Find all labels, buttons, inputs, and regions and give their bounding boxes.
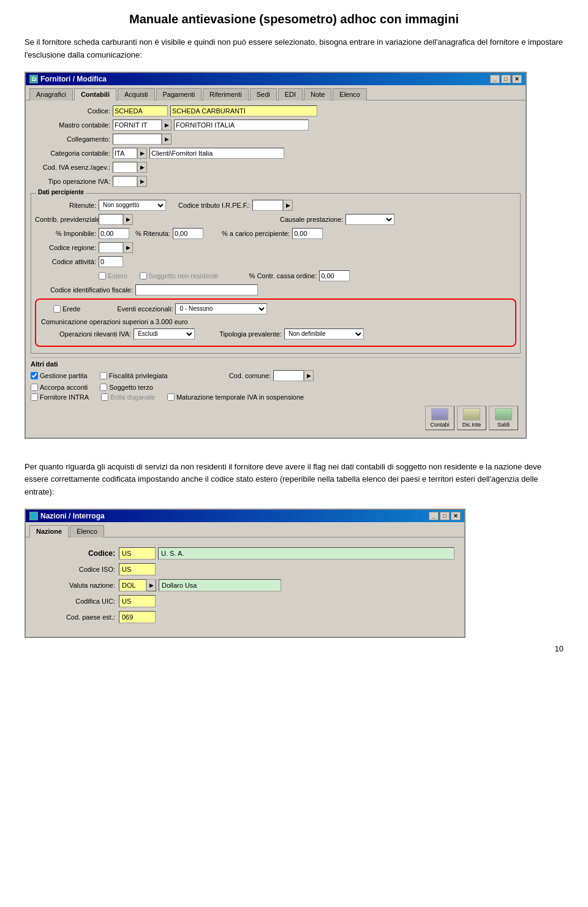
nazioni-codpaese-row: Cod. paese est.: 069 — [36, 611, 454, 623]
bolla-checkbox[interactable] — [101, 393, 108, 401]
eventi-select[interactable]: 0 - Nessuno — [175, 303, 267, 314]
tab-acquisti[interactable]: Acquisti — [118, 88, 155, 101]
nazioni-dialog-icon: 🌐 — [29, 512, 38, 520]
tab-pagamenti[interactable]: Pagamenti — [156, 88, 202, 101]
accorpa-checkbox[interactable] — [31, 384, 38, 391]
cod-ident-input[interactable] — [135, 284, 258, 295]
bottom-buttons: Contabi Dic.Inte Saldi — [31, 403, 521, 433]
nazioni-codpaese-value[interactable]: 069 — [119, 611, 156, 623]
codice-label: Codice: — [31, 107, 110, 115]
tipologia-select[interactable]: Non definibile — [284, 328, 364, 340]
nazioni-maximize-button[interactable]: □ — [440, 512, 450, 520]
nazioni-valuta-arrow[interactable]: ▶ — [146, 579, 156, 591]
cod-ident-row: Codice identificativo fiscale: — [35, 284, 516, 295]
nazioni-tab-elenco[interactable]: Elenco — [70, 525, 104, 537]
eventi-label: Eventi eccezionali: — [117, 305, 173, 313]
cod-regione-label: Codice regione: — [35, 244, 96, 251]
maximize-button[interactable]: □ — [501, 75, 511, 83]
erede-checkbox[interactable] — [53, 305, 61, 313]
carico-input[interactable] — [292, 228, 323, 239]
gestione-partita-checkbox[interactable] — [31, 372, 38, 379]
cod-iva-row: Cod. IVA esenz./agev.: ▶ — [31, 162, 521, 173]
codice-input[interactable] — [113, 105, 168, 116]
cod-regione-row: Codice regione: ▶ — [35, 242, 516, 253]
cod-tributo-input[interactable] — [252, 200, 283, 211]
maturazione-label: Maturazione temporale IVA in sospensione — [176, 393, 304, 401]
mastro-desc-input[interactable] — [174, 120, 309, 131]
nazioni-codifica-value[interactable]: US — [119, 595, 156, 607]
estero-checkbox[interactable] — [99, 272, 106, 279]
minimize-button[interactable]: _ — [490, 75, 500, 83]
tab-edi[interactable]: EDI — [278, 88, 303, 101]
tab-riferimenti[interactable]: Riferimenti — [203, 88, 249, 101]
intro-text: Se il fornitore scheda carburanti non è … — [24, 36, 564, 62]
tab-note[interactable]: Note — [304, 88, 331, 101]
contrib-input[interactable] — [99, 214, 123, 225]
categoria-desc-input[interactable] — [149, 148, 284, 159]
middle-text: Per quanto riguarda gli acquisti di serv… — [24, 461, 564, 499]
soggetto-terzo-checkbox[interactable] — [100, 384, 107, 391]
cod-regione-input[interactable] — [99, 242, 123, 253]
nazioni-tab-nazione[interactable]: Nazione — [29, 525, 69, 537]
altri-dati-section: Altri dati Gestione partita Fiscalità pr… — [31, 357, 521, 401]
dialog-title: Fornitori / Modifica — [40, 75, 107, 83]
cod-comune-arrow[interactable]: ▶ — [304, 370, 314, 381]
tab-sedi[interactable]: Sedi — [250, 88, 277, 101]
nazioni-valuta-value[interactable]: DOL — [119, 579, 146, 591]
mastro-arrow[interactable]: ▶ — [162, 120, 172, 131]
ritenute-select[interactable]: Non soggetto — [99, 200, 166, 211]
titlebar-left: 🗂 Fornitori / Modifica — [29, 75, 107, 83]
saldi-label: Saldi — [497, 422, 510, 428]
nazioni-iso-value[interactable]: US — [119, 563, 156, 575]
tab-elenco[interactable]: Elenco — [333, 88, 367, 101]
cod-attivita-label: Codice attività: — [35, 258, 96, 265]
cod-attivita-input[interactable] — [99, 256, 123, 267]
nazioni-codice-value[interactable]: US — [119, 547, 156, 560]
contrib-arrow[interactable]: ▶ — [123, 214, 133, 225]
nazioni-tabs: Nazione Elenco — [26, 522, 464, 537]
cod-regione-arrow[interactable]: ▶ — [123, 242, 133, 253]
fornitori-dialog: 🗂 Fornitori / Modifica _ □ ✕ Anagrafici … — [24, 72, 527, 439]
fiscalita-checkbox[interactable] — [100, 372, 107, 379]
maturazione-checkbox[interactable] — [167, 393, 175, 401]
nazioni-minimize-button[interactable]: _ — [429, 512, 439, 520]
nazioni-codice-label: Codice: — [36, 549, 115, 558]
cod-tributo-label: Codice tributo I.R.PE.F.: — [178, 202, 250, 209]
dati-percipiente-title: Dati percipiente — [36, 189, 86, 195]
nazioni-valuta-row: Valuta nazione: DOL ▶ Dollaro Usa — [36, 579, 454, 591]
cod-comune-input[interactable] — [273, 370, 304, 381]
dic-inte-button[interactable]: Dic.Inte — [457, 406, 486, 430]
contrib-row: Contrib. previdenziale: ▶ Causale presta… — [35, 214, 516, 225]
operazioni-select[interactable]: Escludi — [134, 328, 195, 340]
cod-iva-input[interactable] — [113, 162, 137, 173]
nazioni-close-button[interactable]: ✕ — [451, 512, 461, 520]
mastro-label: Mastro contabile: — [31, 121, 110, 129]
tab-anagrafici[interactable]: Anagrafici — [29, 88, 73, 101]
tipo-op-input[interactable] — [113, 176, 137, 187]
soggetto-nr-label: Soggetto non residente — [149, 272, 219, 279]
fiscalita-label: Fiscalità privilegiata — [109, 372, 168, 379]
red-outline-section: Erede Eventi eccezionali: 0 - Nessuno Co… — [35, 298, 516, 347]
codice-desc-input[interactable] — [170, 105, 317, 116]
tipo-op-arrow[interactable]: ▶ — [137, 176, 147, 187]
saldi-button[interactable]: Saldi — [489, 406, 518, 430]
accorpa-label: Accorpa acconti — [40, 384, 88, 391]
contr-cassa-input[interactable] — [319, 270, 350, 281]
fornitore-intra-label: Fornitore INTRA — [40, 393, 89, 401]
contabi-button[interactable]: Contabi — [425, 406, 454, 430]
dati-percipiente-section: Dati percipiente Ritenute: Non soggetto … — [31, 193, 521, 354]
tab-contabili[interactable]: Contabili — [74, 88, 116, 101]
close-button[interactable]: ✕ — [512, 75, 522, 83]
categoria-arrow[interactable]: ▶ — [137, 148, 147, 159]
collegamento-input[interactable] — [113, 134, 162, 145]
soggetto-nr-checkbox[interactable] — [140, 272, 147, 279]
mastro-input[interactable] — [113, 120, 162, 131]
imponibile-input[interactable] — [99, 228, 129, 239]
cod-tributo-arrow[interactable]: ▶ — [283, 200, 293, 211]
cod-iva-arrow[interactable]: ▶ — [137, 162, 147, 173]
ritenuta-input[interactable] — [173, 228, 203, 239]
collegamento-arrow[interactable]: ▶ — [162, 134, 172, 145]
causale-select[interactable] — [345, 214, 394, 225]
categoria-input[interactable] — [113, 148, 137, 159]
fornitore-intra-checkbox[interactable] — [31, 393, 38, 401]
